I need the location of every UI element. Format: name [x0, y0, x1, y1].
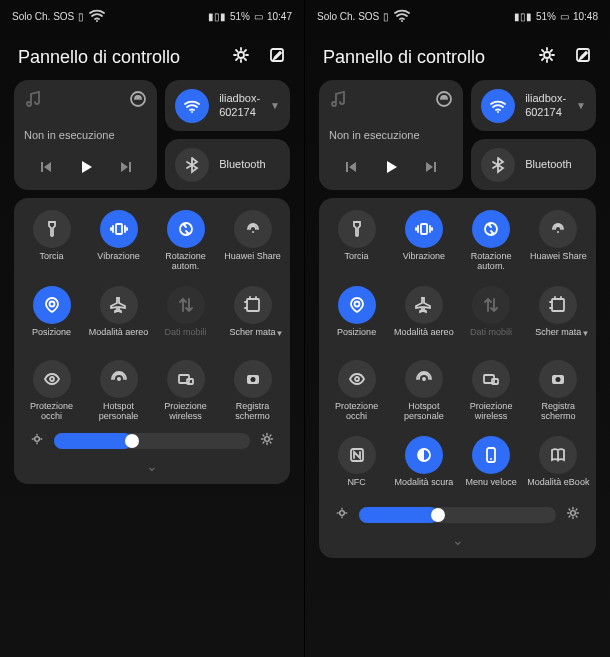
svg-rect-27 [552, 299, 564, 311]
toggle-wirelessproj[interactable]: Proiezione wireless [154, 360, 217, 422]
screenrec-icon [234, 360, 272, 398]
next-button[interactable] [118, 158, 136, 180]
chevron-down-icon: ▼ [576, 100, 586, 111]
hwshare-icon [234, 210, 272, 248]
settings-button[interactable] [232, 46, 250, 68]
toggle-location[interactable]: Posizione [20, 286, 83, 346]
toggle-ebook[interactable]: Modalità eBook [527, 436, 590, 496]
hwshare-icon [539, 210, 577, 248]
toggle-airplane[interactable]: Modalità aereo [87, 286, 150, 346]
cast-icon[interactable] [129, 90, 147, 112]
toggle-vibration[interactable]: Vibrazione [392, 210, 455, 272]
svg-rect-23 [421, 224, 427, 234]
play-button[interactable] [77, 158, 95, 180]
clock: 10:47 [267, 11, 292, 22]
settings-button[interactable] [538, 46, 556, 68]
sim-icon: ▯ [383, 11, 389, 22]
toggle-label: Modalità aereo [394, 328, 454, 346]
svg-point-24 [485, 223, 497, 235]
expand-handle[interactable]: ⌄ [20, 456, 284, 476]
toggle-label: Hotspot personale [392, 402, 455, 422]
torch-icon [338, 210, 376, 248]
slider-track[interactable] [359, 507, 556, 523]
wifi-tile[interactable]: iliadbox-602174 ▼ [471, 80, 596, 131]
screenshot-icon [234, 286, 272, 324]
screenshot-icon [539, 286, 577, 324]
toggle-mobiledata[interactable]: Dati mobili [460, 286, 523, 346]
media-status: Non in esecuzione [329, 129, 453, 141]
eyecomfort-icon [338, 360, 376, 398]
torch-icon [33, 210, 71, 248]
autorotate-icon [472, 210, 510, 248]
toggle-quickmenu[interactable]: Menu veloce [460, 436, 523, 496]
expand-handle[interactable]: ⌄ [325, 530, 590, 550]
location-icon [338, 286, 376, 324]
toggle-label: Modalità eBook [527, 478, 589, 496]
autorotate-icon [167, 210, 205, 248]
play-button[interactable] [382, 158, 400, 180]
toggle-hwshare[interactable]: Huawei Share [221, 210, 284, 272]
edit-button[interactable] [268, 46, 286, 68]
toggle-autorotate[interactable]: Rotazione autom. [154, 210, 217, 272]
chevron-down-icon: ▼ [270, 100, 280, 111]
toggle-screenshot[interactable]: Scher mata▼ [221, 286, 284, 346]
svg-point-1 [238, 52, 244, 58]
cast-icon[interactable] [435, 90, 453, 112]
svg-point-17 [265, 436, 270, 441]
toggle-hwshare[interactable]: Huawei Share [527, 210, 590, 272]
toggle-hotspot[interactable]: Hotspot personale [87, 360, 150, 422]
toggle-torch[interactable]: Torcia [20, 210, 83, 272]
next-button[interactable] [423, 158, 441, 180]
prev-button[interactable] [341, 158, 359, 180]
toggle-screenrec[interactable]: Registra schermo [527, 360, 590, 422]
slider-track[interactable] [54, 433, 250, 449]
media-tile[interactable]: Non in esecuzione [14, 80, 157, 190]
toggle-torch[interactable]: Torcia [325, 210, 388, 272]
toggle-label: Scher mata▼ [229, 328, 275, 346]
status-bar: Solo Ch. SOS ▯ ▮▯▮ 51% ▭ 10:48 [305, 0, 610, 28]
toggle-location[interactable]: Posizione [325, 286, 388, 346]
toggle-label: Posizione [337, 328, 376, 346]
toggle-eyecomfort[interactable]: Protezione occhi [20, 360, 83, 422]
toggle-vibration[interactable]: Vibrazione [87, 210, 150, 272]
prev-button[interactable] [36, 158, 54, 180]
bluetooth-tile[interactable]: Bluetooth [471, 139, 596, 190]
toggle-hotspot[interactable]: Hotspot personale [392, 360, 455, 422]
hotspot-icon [405, 360, 443, 398]
brightness-low-icon [30, 432, 44, 450]
svg-point-29 [422, 377, 426, 381]
status-bar: Solo Ch. SOS ▯ ▮▯▮ 51% ▭ 10:47 [0, 0, 304, 28]
nfc-icon [338, 436, 376, 474]
svg-point-22 [497, 111, 499, 113]
edit-button[interactable] [574, 46, 592, 68]
toggle-screenshot[interactable]: Scher mata▼ [527, 286, 590, 346]
ebook-icon [539, 436, 577, 474]
brightness-slider[interactable] [325, 496, 590, 530]
music-icon [329, 90, 347, 112]
airplane-icon [100, 286, 138, 324]
bluetooth-tile[interactable]: Bluetooth [165, 139, 290, 190]
toggle-airplane[interactable]: Modalità aereo [392, 286, 455, 346]
toggle-autorotate[interactable]: Rotazione autom. [460, 210, 523, 272]
bluetooth-icon [175, 148, 209, 182]
toggle-label: Posizione [32, 328, 71, 346]
wifi-status-icon [393, 6, 411, 26]
toggle-label: Rotazione autom. [460, 252, 523, 272]
toggle-label: NFC [347, 478, 366, 496]
toggle-mobiledata[interactable]: Dati mobili [154, 286, 217, 346]
toggle-screenrec[interactable]: Registra schermo [221, 360, 284, 422]
toggle-wirelessproj[interactable]: Proiezione wireless [460, 360, 523, 422]
quickmenu-icon [472, 436, 510, 474]
svg-rect-5 [116, 224, 122, 234]
brightness-slider[interactable] [20, 422, 284, 456]
svg-point-10 [50, 377, 54, 381]
airplane-icon [405, 286, 443, 324]
wirelessproj-icon [472, 360, 510, 398]
wifi-tile[interactable]: iliadbox-602174 ▼ [165, 80, 290, 131]
toggle-eyecomfort[interactable]: Protezione occhi [325, 360, 388, 422]
toggle-darkmode[interactable]: Modalità scura [392, 436, 455, 496]
wifi-status-icon [88, 6, 106, 26]
media-tile[interactable]: Non in esecuzione [319, 80, 463, 190]
svg-point-16 [35, 436, 40, 441]
toggle-nfc[interactable]: NFC [325, 436, 388, 496]
